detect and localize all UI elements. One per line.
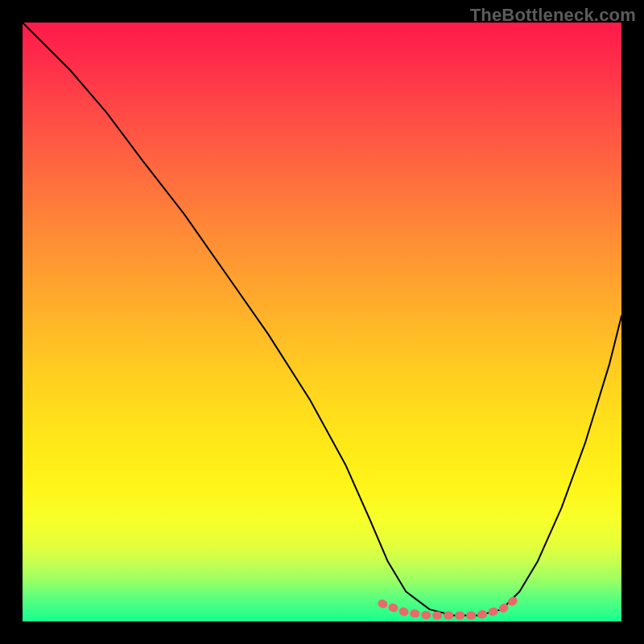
chart-container: TheBottleneck.com <box>0 0 644 644</box>
chart-svg <box>23 23 621 621</box>
bottleneck-curve <box>23 23 621 616</box>
plot-area <box>23 23 621 621</box>
optimal-range-marker <box>382 601 514 616</box>
